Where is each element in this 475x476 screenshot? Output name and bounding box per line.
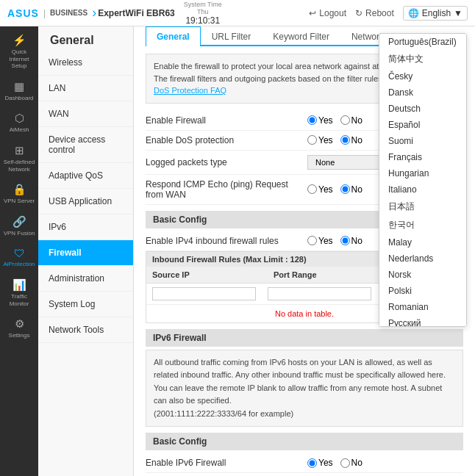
lang-option-nl[interactable]: Nederlands bbox=[379, 250, 466, 267]
icon-sidebar-quick-internet[interactable]: ⚡Quick Internet Setup bbox=[0, 29, 38, 74]
ipv6-firewall-header: IPv6 Firewall bbox=[146, 329, 463, 347]
dos-yes[interactable]: Yes bbox=[307, 135, 333, 145]
logo-business: BUSINESS bbox=[50, 9, 88, 17]
icmp-label: Respond ICMP Echo (ping) Request from WA… bbox=[146, 179, 307, 200]
nav-item-lan[interactable]: LAN bbox=[38, 76, 133, 101]
enable-firewall-no[interactable]: No bbox=[340, 115, 362, 126]
icon-sidebar-settings[interactable]: ⚙Settings bbox=[0, 313, 38, 344]
lang-option-ja[interactable]: 日本語 bbox=[379, 198, 466, 216]
lang-label: English bbox=[422, 8, 451, 18]
lang-option-da[interactable]: Dansk bbox=[379, 84, 466, 101]
ipv4-no[interactable]: No bbox=[340, 236, 362, 246]
dos-faq-link[interactable]: DoS Protection FAQ bbox=[154, 86, 226, 95]
product-name: ExpertWiFi EBR63 bbox=[98, 8, 175, 18]
icon-sidebar-self-defined-network[interactable]: ⊞Self-defined Network bbox=[0, 140, 38, 177]
reboot-icon: ↻ bbox=[355, 8, 362, 18]
logo: ASUS | BUSINESS › bbox=[7, 5, 98, 21]
enable-dos-label: Enable DoS protection bbox=[146, 135, 307, 145]
chevron-down-icon: ▼ bbox=[454, 8, 463, 18]
nav-item-device-access-control[interactable]: Device access control bbox=[38, 127, 133, 163]
lang-option-ru[interactable]: Русский bbox=[379, 315, 466, 327]
icmp-yes[interactable]: Yes bbox=[307, 184, 333, 195]
lang-option-ko[interactable]: 한국어 bbox=[379, 216, 466, 234]
aimesh-label: AiMesh bbox=[10, 126, 29, 134]
famous-server-row: Famous Server List Please select bbox=[146, 473, 463, 476]
icon-sidebar-vpn-server[interactable]: 🔒VPN Server bbox=[0, 178, 38, 209]
logo-chevron-icon: › bbox=[92, 5, 96, 21]
tab-keyword-filter[interactable]: Keyword Filter bbox=[262, 26, 340, 46]
ipv6-enable-control: Yes No bbox=[307, 458, 362, 468]
lang-option-pt-br[interactable]: Português(Brazil) bbox=[379, 34, 466, 50]
source-ip-cell bbox=[152, 287, 268, 300]
self-defined-network-label: Self-defined Network bbox=[3, 159, 35, 173]
vpn-fusion-icon: 🔗 bbox=[12, 215, 26, 228]
logout-button[interactable]: ↩ Logout bbox=[309, 8, 346, 18]
source-ip-input[interactable] bbox=[152, 287, 256, 300]
icon-sidebar-aiprotection[interactable]: 🛡AiProtection bbox=[0, 242, 38, 273]
nav-item-administration[interactable]: Administration bbox=[38, 266, 133, 292]
nav-item-ipv6[interactable]: IPv6 bbox=[38, 214, 133, 240]
ipv6-info2: You can leave the remote IP blank to all… bbox=[154, 383, 442, 405]
nav-item-system-log[interactable]: System Log bbox=[38, 292, 133, 317]
icon-sidebar-vpn-fusion[interactable]: 🔗VPN Fusion bbox=[0, 211, 38, 242]
lang-option-cs[interactable]: Česky bbox=[379, 68, 466, 84]
traffic-monitor-icon: 📊 bbox=[12, 278, 26, 292]
icon-sidebar: ⚡Quick Internet Setup▦Dashboard⬡AiMesh⊞S… bbox=[0, 26, 38, 476]
lang-option-ms[interactable]: Malay bbox=[379, 234, 466, 250]
icmp-no[interactable]: No bbox=[340, 184, 362, 195]
reboot-button[interactable]: ↻ Reboot bbox=[355, 8, 394, 18]
globe-icon: 🌐 bbox=[408, 8, 419, 18]
icon-sidebar-aimesh[interactable]: ⬡AiMesh bbox=[0, 107, 38, 138]
nav-item-wireless[interactable]: Wireless bbox=[38, 50, 133, 76]
enable-firewall-label: Enable Firewall bbox=[146, 115, 307, 126]
enable-firewall-yes[interactable]: Yes bbox=[307, 115, 333, 126]
ipv6-basic-config-header: Basic Config bbox=[146, 433, 463, 450]
nav-item-usb-application[interactable]: USB Application bbox=[38, 189, 133, 214]
system-time-block: System Time Thu 19:10:31 bbox=[184, 1, 222, 26]
lang-option-ro[interactable]: Romanian bbox=[379, 299, 466, 315]
time-value: 19:10:31 bbox=[185, 15, 220, 26]
nav-sidebar-title: General bbox=[38, 26, 133, 50]
nav-sidebar: General WirelessLANWANDevice access cont… bbox=[38, 26, 134, 476]
ipv4-firewall-label: Enable IPv4 inbound firewall rules bbox=[146, 236, 307, 246]
lang-option-de[interactable]: Deutsch bbox=[379, 101, 466, 117]
vpn-fusion-label: VPN Fusion bbox=[4, 230, 35, 237]
dos-no[interactable]: No bbox=[340, 135, 362, 145]
port-range-header: Port Range bbox=[268, 267, 389, 283]
lang-option-fi[interactable]: Suomi bbox=[379, 133, 466, 149]
logged-packets-label: Logged packets type bbox=[146, 157, 307, 167]
lang-option-pl[interactable]: Polski bbox=[379, 283, 466, 299]
icon-sidebar-dashboard[interactable]: ▦Dashboard bbox=[0, 76, 38, 107]
language-button[interactable]: 🌐 English ▼ Português(Brazil)简体中文ČeskyDa… bbox=[403, 6, 468, 21]
lang-option-fr[interactable]: Français bbox=[379, 149, 466, 165]
port-range-input[interactable] bbox=[268, 287, 371, 300]
ipv6-yes[interactable]: Yes bbox=[307, 458, 333, 468]
header: ASUS | BUSINESS › ExpertWiFi EBR63 Syste… bbox=[0, 0, 475, 26]
ipv6-no[interactable]: No bbox=[340, 458, 362, 468]
vpn-server-label: VPN Server bbox=[4, 198, 35, 205]
settings-icon: ⚙ bbox=[15, 317, 24, 331]
dashboard-icon: ▦ bbox=[14, 80, 24, 93]
logout-label: Logout bbox=[319, 8, 346, 18]
tab-url-filter[interactable]: URL Filter bbox=[201, 26, 262, 46]
ipv6-enable-label: Enable IPv6 Firewall bbox=[146, 458, 307, 468]
port-range-cell bbox=[268, 287, 383, 300]
lang-option-it[interactable]: Italiano bbox=[379, 181, 466, 198]
source-ip-header: Source IP bbox=[146, 267, 268, 283]
lang-option-hu[interactable]: Hungarian bbox=[379, 165, 466, 181]
lang-option-no[interactable]: Norsk bbox=[379, 267, 466, 283]
tab-general[interactable]: General bbox=[146, 26, 201, 46]
enable-dos-control: Yes No bbox=[307, 135, 362, 145]
nav-item-adaptive-qos[interactable]: Adaptive QoS bbox=[38, 163, 133, 189]
icon-sidebar-traffic-monitor[interactable]: 📊Traffic Monitor bbox=[0, 274, 38, 311]
nav-item-wan[interactable]: WAN bbox=[38, 101, 133, 127]
ipv4-firewall-control: Yes No bbox=[307, 236, 362, 246]
lang-option-es[interactable]: Español bbox=[379, 117, 466, 133]
logo-separator: | bbox=[43, 8, 46, 18]
ipv4-yes[interactable]: Yes bbox=[307, 236, 333, 246]
nav-item-network-tools[interactable]: Network Tools bbox=[38, 317, 133, 343]
nav-item-firewall[interactable]: Firewall bbox=[38, 240, 133, 266]
time-day: Thu bbox=[197, 8, 209, 15]
lang-option-zh-cn[interactable]: 简体中文 bbox=[379, 50, 466, 68]
ipv6-info-box: All outbound traffic coming from IPv6 ho… bbox=[146, 350, 463, 428]
